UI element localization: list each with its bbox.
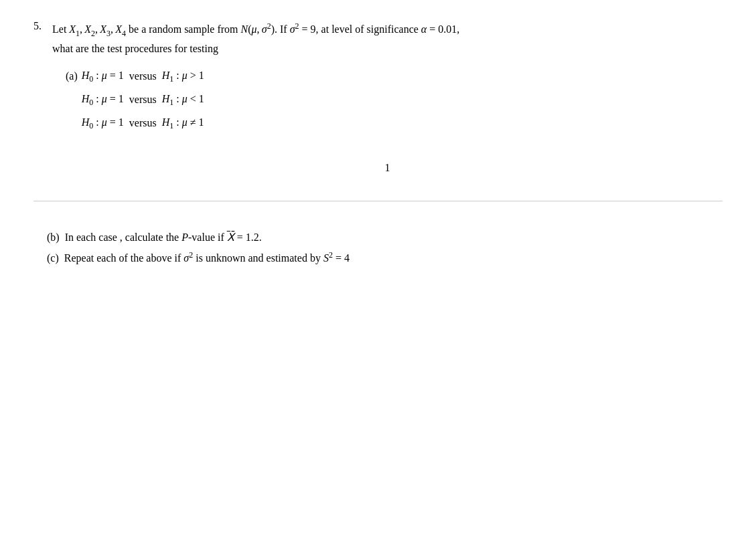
sup-2a: 2 [267,21,271,31]
math-normal-dist: N [241,23,248,35]
math-x4: X [115,23,122,35]
math-sigma2: σ [262,23,267,35]
hypothesis-row-2: H0 : μ = 1 versus H1 : μ < 1 [66,88,210,112]
hypothesis-row-1: (a) H0 : μ = 1 versus H1 : μ > 1 [66,65,210,88]
math-sigma2-val: σ [290,23,295,35]
math-mu: μ [252,23,257,35]
math-variables: X [69,23,76,35]
versus-row2: versus [129,88,162,112]
h0-row3: H0 : μ = 1 [82,112,129,135]
problem-5-block: 5. Let X1, X2, X3, X4 be a random sample… [33,20,723,187]
subscript-2: 2 [91,29,95,38]
subscript-3: 3 [106,29,110,38]
part-b-text: (b) In each case , calculate the P-value… [47,228,723,248]
page-number-text: 1 [385,162,390,173]
sup-2b: 2 [295,21,299,31]
page-container: 5. Let X1, X2, X3, X4 be a random sample… [0,0,756,552]
math-x3: X [100,23,106,35]
versus-row3: versus [129,112,162,135]
problem-content: Let X1, X2, X3, X4 be a random sample fr… [52,20,723,187]
page-number: 1 [52,162,723,174]
parts-bc-block: (b) In each case , calculate the P-value… [33,228,723,269]
part-a-label: (a) [66,65,82,88]
part-a-label-empty2 [66,112,82,135]
problem-statement: Let X1, X2, X3, X4 be a random sample fr… [52,20,723,57]
hypothesis-table: (a) H0 : μ = 1 versus H1 : μ > 1 H [66,65,210,134]
versus-row1: versus [129,65,162,88]
part-a-label-empty [66,88,82,112]
math-x2: X [84,23,91,35]
subscript-1: 1 [76,29,80,38]
part-a-block: (a) H0 : μ = 1 versus H1 : μ > 1 H [66,65,723,134]
problem-number: 5. [33,20,52,32]
h0-row1: H0 : μ = 1 [82,65,129,88]
math-alpha: α [421,23,427,35]
h1-row3: H1 : μ ≠ 1 [162,112,210,135]
h1-row2: H1 : μ < 1 [162,88,210,112]
subscript-4: 4 [122,29,126,38]
h1-row1: H1 : μ > 1 [162,65,210,88]
hypothesis-row-3: H0 : μ = 1 versus H1 : μ ≠ 1 [66,112,210,135]
page-divider [33,201,723,201]
part-c-text: (c) Repeat each of the above if σ2 is un… [47,248,723,268]
h0-row2: H0 : μ = 1 [82,88,129,112]
